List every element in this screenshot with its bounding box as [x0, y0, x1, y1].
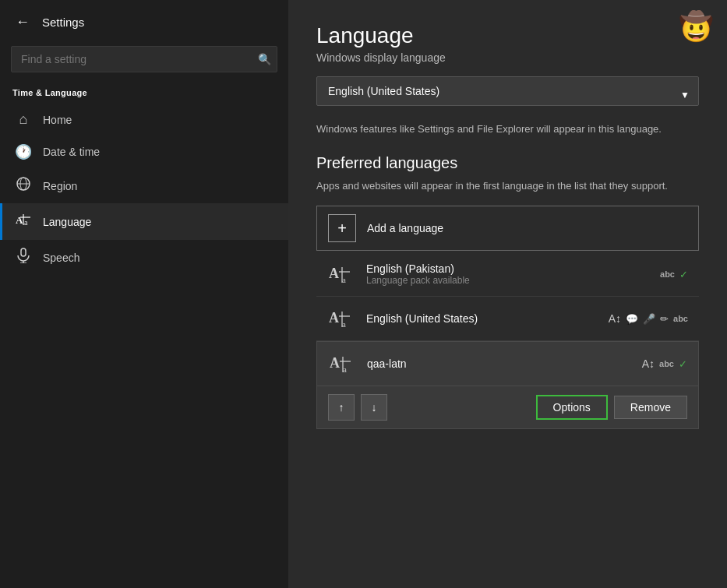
sidebar-item-language[interactable]: A a Language — [0, 203, 288, 240]
speech-icon — [15, 248, 32, 267]
lang-badge: abc — [659, 359, 674, 368]
add-language-label: Add a language — [367, 222, 443, 234]
main-content: 🤠 Language Windows display language Engl… — [288, 0, 727, 588]
sidebar-item-region-label: Region — [43, 180, 77, 192]
lang-right-icons: A↕ abc ✓ — [642, 357, 687, 370]
sidebar-item-home-label: Home — [43, 114, 72, 126]
pref-lang-note: Apps and websites will appear in the fir… — [316, 178, 699, 194]
move-down-button[interactable]: ↓ — [361, 394, 387, 421]
svg-text:A: A — [330, 355, 340, 371]
lang-sub: Language pack available — [366, 275, 649, 286]
lang-badge: abc — [660, 269, 675, 279]
options-button[interactable]: Options — [536, 395, 608, 420]
lang-badge: abc — [673, 314, 688, 323]
sidebar-section-label: Time & Language — [0, 85, 288, 104]
back-button[interactable]: ← — [12, 11, 33, 33]
add-icon: + — [328, 214, 356, 242]
lang-info: English (Pakistan) Language pack availab… — [366, 262, 649, 286]
sidebar-item-datetime[interactable]: 🕐 Date & time — [0, 136, 288, 168]
list-item: A a English (Pakistan) Language pack ava… — [316, 252, 699, 297]
svg-text:a: a — [24, 218, 28, 227]
page-title: Language — [316, 23, 699, 48]
pref-lang-title: Preferred languages — [316, 154, 699, 172]
lang-name: qaa-latn — [367, 357, 631, 370]
region-icon — [15, 176, 32, 195]
avatar: 🤠 — [677, 8, 715, 45]
display-lang-subtitle: Windows display language — [316, 51, 699, 64]
list-item: A a English (United States) A↕ 💬 🎤 ✏ abc — [316, 297, 699, 341]
language-item-icon: A a — [327, 305, 355, 333]
sidebar-header: ← Settings — [0, 0, 288, 41]
check-icon: ✓ — [679, 269, 688, 280]
avatar-emoji: 🤠 — [677, 8, 715, 45]
svg-text:A: A — [16, 214, 23, 226]
svg-text:a: a — [343, 364, 347, 374]
sidebar-title: Settings — [42, 16, 84, 29]
sidebar-item-datetime-label: Date & time — [43, 146, 100, 158]
display-lang-select[interactable]: English (United States) — [316, 76, 699, 106]
lang-name: English (United States) — [366, 312, 598, 325]
remove-button[interactable]: Remove — [614, 396, 687, 419]
sidebar-item-language-label: Language — [43, 216, 91, 228]
language-item-icon: A a — [327, 260, 355, 288]
svg-text:a: a — [342, 319, 346, 329]
lang-info: qaa-latn — [367, 357, 631, 370]
mic-icon: 🎤 — [643, 313, 655, 325]
lang-name: English (Pakistan) — [366, 262, 649, 275]
home-icon: ⌂ — [15, 111, 32, 128]
svg-text:A: A — [329, 310, 339, 326]
display-lang-note: Windows features like Settings and File … — [316, 121, 699, 137]
search-icon[interactable]: 🔍 — [258, 53, 271, 65]
sidebar-item-speech[interactable]: Speech — [0, 240, 288, 275]
language-icon: A a — [15, 211, 32, 232]
chat-icon: 💬 — [626, 313, 638, 325]
keyboard-icon: A↕ — [642, 357, 655, 370]
check-icon: ✓ — [679, 358, 687, 370]
lang-right-icons: abc ✓ — [660, 269, 688, 280]
language-item-icon: A a — [328, 350, 356, 378]
keyboard-icon: A↕ — [609, 312, 621, 325]
move-up-button[interactable]: ↑ — [328, 394, 355, 421]
add-language-button[interactable]: + Add a language — [316, 206, 699, 251]
svg-text:a: a — [342, 275, 346, 284]
svg-rect-7 — [21, 248, 26, 256]
list-item: A a qaa-latn A↕ abc ✓ — [316, 341, 699, 386]
lang-right-icons: A↕ 💬 🎤 ✏ abc — [609, 312, 688, 325]
sidebar-item-speech-label: Speech — [43, 252, 79, 264]
display-lang-wrapper: English (United States) ▼ — [316, 76, 699, 114]
search-input[interactable] — [11, 46, 277, 72]
svg-text:A: A — [329, 266, 339, 281]
search-box: 🔍 — [11, 46, 277, 72]
pen-icon: ✏ — [660, 313, 669, 325]
sidebar: ← Settings 🔍 Time & Language ⌂ Home 🕐 Da… — [0, 0, 288, 588]
clock-icon: 🕐 — [15, 143, 32, 160]
sidebar-item-region[interactable]: Region — [0, 168, 288, 203]
lang-action-bar: ↑ ↓ Options Remove — [316, 386, 699, 429]
sidebar-item-home[interactable]: ⌂ Home — [0, 104, 288, 136]
lang-info: English (United States) — [366, 312, 598, 325]
